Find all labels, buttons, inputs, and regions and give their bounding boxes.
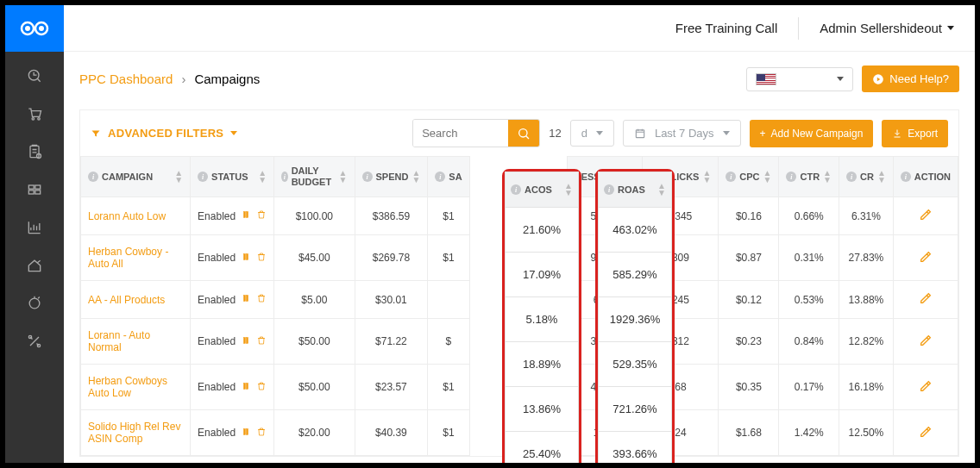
table-row: Herban Cowboys Auto LowEnabled$50.00$23.…: [81, 365, 958, 410]
sidebar-item-home[interactable]: [19, 250, 50, 281]
edit-button[interactable]: [919, 384, 933, 396]
export-button[interactable]: Export: [882, 120, 948, 147]
sidebar-item-tools[interactable]: [19, 326, 50, 357]
sa-cell: $1: [428, 365, 469, 410]
status-text: Enabled: [198, 381, 236, 393]
trash-icon[interactable]: [256, 381, 267, 394]
sort-icon: ▲▼: [258, 170, 267, 184]
edit-button[interactable]: [919, 296, 933, 308]
sidebar-item-cart[interactable]: [19, 98, 50, 129]
status-text: Enabled: [198, 252, 236, 264]
edit-button[interactable]: [919, 254, 933, 266]
edit-button[interactable]: [919, 338, 933, 350]
col-campaign[interactable]: iCAMPAIGN▲▼: [81, 157, 191, 197]
impressions-cell: 99657: [567, 235, 643, 281]
sidebar-item-refresh[interactable]: [19, 288, 50, 319]
col-budget[interactable]: iDAILY BUDGET▲▼: [274, 157, 355, 197]
download-icon: [892, 128, 902, 139]
col-ctr[interactable]: iCTR▲▼: [779, 157, 839, 197]
status-text: Enabled: [198, 294, 236, 306]
trash-icon[interactable]: [256, 209, 267, 222]
advanced-filters-toggle[interactable]: ADVANCED FILTERS: [91, 127, 237, 140]
campaign-link[interactable]: Herban Cowboys Auto Low: [88, 375, 167, 399]
partial-select-label: d: [581, 127, 587, 140]
cr-cell: 16.18%: [839, 365, 894, 410]
budget-cell[interactable]: $100.00: [274, 197, 355, 235]
trash-icon[interactable]: [256, 335, 267, 348]
sidebar-item-analytics[interactable]: [19, 212, 50, 243]
breadcrumb-root[interactable]: PPC Dashboard: [79, 72, 173, 86]
status-cell: Enabled: [198, 209, 267, 222]
pause-icon[interactable]: [241, 381, 251, 394]
cr-cell: 13.88%: [839, 281, 894, 319]
user-menu[interactable]: Admin Sellershideout: [820, 21, 954, 35]
impressions-cell: 37141: [567, 319, 643, 365]
campaign-link[interactable]: Herban Cowboy - Auto All: [88, 246, 168, 270]
need-help-button[interactable]: Need Help?: [862, 66, 959, 92]
edit-button[interactable]: [919, 212, 933, 224]
col-impressions-partial[interactable]: RESSIONS▲▼: [567, 157, 643, 197]
sort-icon: ▲▼: [823, 170, 832, 184]
country-select[interactable]: [746, 67, 853, 91]
info-icon: i: [198, 172, 208, 182]
cr-cell: 6.31%: [839, 197, 894, 235]
budget-cell[interactable]: $50.00: [274, 319, 355, 365]
logo[interactable]: [5, 5, 64, 52]
edit-button[interactable]: [919, 429, 933, 441]
sidebar-item-target[interactable]: [19, 60, 50, 91]
breadcrumb: PPC Dashboard › Campaigns Need Help?: [79, 66, 959, 92]
campaign-link[interactable]: Lorann Auto Low: [88, 210, 166, 222]
svg-rect-21: [244, 253, 246, 259]
col-spend[interactable]: iSPEND▲▼: [355, 157, 428, 197]
search-icon: [517, 127, 531, 140]
col-status[interactable]: iSTATUS▲▼: [191, 157, 274, 197]
spend-cell: $71.22: [355, 319, 428, 365]
chevron-down-icon: [230, 131, 237, 135]
trash-icon[interactable]: [256, 427, 267, 440]
table-row: Herban Cowboy - Auto AllEnabled$45.00$26…: [81, 235, 958, 281]
breadcrumb-current: Campaigns: [194, 72, 260, 86]
date-range-select[interactable]: Last 7 Days: [623, 120, 741, 147]
info-icon: i: [88, 172, 98, 182]
budget-cell[interactable]: $20.00: [274, 410, 355, 456]
search-input[interactable]: [413, 120, 508, 147]
add-campaign-button[interactable]: + Add New Campaign: [750, 120, 874, 147]
sa-cell: $1: [428, 235, 469, 281]
campaigns-table: iCAMPAIGN▲▼ iSTATUS▲▼ iDAILY BUDGET▲▼ iS…: [80, 156, 958, 456]
sidebar-item-grid[interactable]: [19, 174, 50, 205]
table-row: Lorann Auto LowEnabled$100.00$386.59$152…: [81, 197, 958, 235]
export-label: Export: [908, 128, 938, 140]
budget-cell[interactable]: $45.00: [274, 235, 355, 281]
campaign-link[interactable]: Solido High Rel Rev ASIN Comp: [88, 421, 180, 445]
trash-icon[interactable]: [256, 252, 267, 265]
status-cell: Enabled: [198, 252, 267, 265]
col-clicks[interactable]: iCLICKS▲▼: [643, 157, 719, 197]
clicks-cell: 245: [643, 281, 719, 319]
campaign-link[interactable]: Lorann - Auto Normal: [88, 329, 150, 353]
trash-icon[interactable]: [256, 293, 267, 306]
info-icon: i: [786, 172, 796, 182]
search-button[interactable]: [508, 120, 539, 147]
budget-cell[interactable]: $50.00: [274, 365, 355, 410]
ctr-cell: 1.42%: [779, 410, 839, 456]
pause-icon[interactable]: [241, 252, 251, 265]
calendar-icon: [634, 128, 646, 140]
partial-select[interactable]: d: [570, 120, 614, 147]
col-action: iACTION: [893, 157, 958, 197]
pause-icon[interactable]: [241, 293, 251, 306]
col-cpc[interactable]: iCPC▲▼: [719, 157, 779, 197]
pause-icon[interactable]: [241, 427, 251, 440]
col-cr[interactable]: iCR▲▼: [839, 157, 894, 197]
clicks-cell: 24: [643, 410, 719, 456]
pause-icon[interactable]: [241, 209, 251, 222]
svg-rect-10: [35, 185, 41, 189]
free-training-link[interactable]: Free Training Call: [675, 21, 777, 35]
info-icon: i: [726, 172, 736, 182]
sidebar-item-clipboard[interactable]: [19, 136, 50, 167]
sort-icon: ▲▼: [339, 170, 348, 184]
budget-cell[interactable]: $5.00: [274, 281, 355, 319]
pause-icon[interactable]: [241, 335, 251, 348]
sort-icon: ▲▼: [627, 170, 636, 184]
col-sa-partial[interactable]: iSA: [428, 157, 469, 197]
campaign-link[interactable]: AA - All Products: [88, 294, 165, 306]
